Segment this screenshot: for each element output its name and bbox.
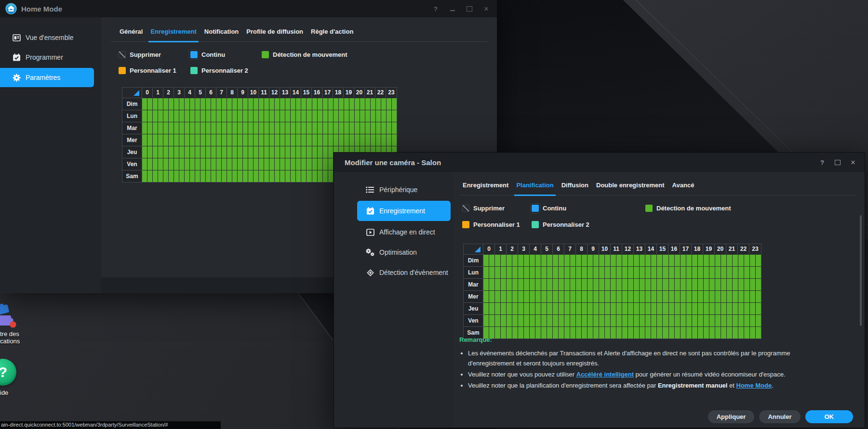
schedule-cell[interactable]	[301, 170, 307, 182]
schedule-cell[interactable]	[211, 134, 216, 146]
schedule-cell[interactable]	[153, 146, 158, 158]
hour-header-0[interactable]: 0	[142, 88, 153, 98]
schedule-cell[interactable]	[232, 170, 238, 182]
schedule-cell[interactable]	[686, 267, 692, 278]
schedule-cell[interactable]	[692, 315, 698, 326]
schedule-cell[interactable]	[185, 158, 190, 170]
scrollbar-thumb[interactable]	[860, 215, 862, 326]
schedule-cell[interactable]	[559, 315, 564, 326]
schedule-cell[interactable]	[169, 170, 174, 182]
schedule-cell[interactable]	[669, 255, 675, 266]
schedule-cell[interactable]	[588, 303, 593, 314]
schedule-cell[interactable]	[681, 291, 686, 302]
schedule-cell[interactable]	[280, 98, 285, 110]
hour-header-1[interactable]: 1	[495, 244, 507, 254]
schedule-cell[interactable]	[392, 122, 397, 134]
schedule-cell[interactable]	[605, 291, 611, 302]
schedule-cell[interactable]	[698, 267, 704, 278]
schedule-cell[interactable]	[588, 279, 593, 290]
schedule-cell[interactable]	[576, 255, 582, 266]
legend-item-continu[interactable]: Continu	[532, 205, 645, 212]
schedule-cell[interactable]	[518, 267, 524, 278]
hour-header-22[interactable]: 22	[738, 244, 749, 254]
schedule-cell[interactable]	[280, 134, 285, 146]
schedule-cell[interactable]	[312, 146, 318, 158]
schedule-cell[interactable]	[507, 291, 512, 302]
schedule-cell[interactable]	[651, 315, 657, 326]
sidebar-item-vue-d-ensemble[interactable]: Vue d'ensemble	[0, 28, 101, 47]
schedule-cell[interactable]	[147, 110, 153, 122]
day-label-jeu[interactable]: Jeu	[122, 146, 142, 158]
schedule-cell[interactable]	[147, 122, 153, 134]
schedule-cell[interactable]	[169, 158, 174, 170]
schedule-cell[interactable]	[334, 98, 339, 110]
schedule-cell[interactable]	[285, 158, 291, 170]
schedule-cell[interactable]	[733, 267, 738, 278]
schedule-cell[interactable]	[328, 146, 334, 158]
schedule-cell[interactable]	[512, 303, 518, 314]
schedule-cell[interactable]	[744, 255, 750, 266]
schedule-cell[interactable]	[582, 267, 588, 278]
schedule-cell[interactable]	[301, 158, 307, 170]
schedule-cell[interactable]	[227, 98, 232, 110]
schedule-cell[interactable]	[640, 315, 645, 326]
schedule-cell[interactable]	[227, 146, 232, 158]
schedule-cell[interactable]	[669, 291, 675, 302]
schedule-cell[interactable]	[576, 315, 582, 326]
schedule-cell[interactable]	[360, 110, 365, 122]
schedule-cell[interactable]	[238, 110, 243, 122]
schedule-cell[interactable]	[195, 134, 200, 146]
schedule-cell[interactable]	[593, 255, 599, 266]
schedule-cell[interactable]	[376, 110, 381, 122]
schedule-cell[interactable]	[185, 134, 190, 146]
schedule-cell[interactable]	[206, 146, 211, 158]
schedule-cell[interactable]	[254, 98, 259, 110]
schedule-cell[interactable]	[686, 279, 692, 290]
tab-planification[interactable]: Planification	[514, 181, 555, 195]
desktop-icon-help[interactable]: ? ide	[0, 359, 43, 396]
schedule-cell[interactable]	[206, 110, 211, 122]
hour-header-14[interactable]: 14	[645, 244, 657, 254]
schedule-cell[interactable]	[733, 279, 738, 290]
sidebar-item-enregistrement[interactable]: Enregistrement	[357, 201, 451, 221]
schedule-cell[interactable]	[744, 279, 750, 290]
schedule-cell[interactable]	[254, 158, 259, 170]
schedule-cell[interactable]	[686, 291, 692, 302]
schedule-cell[interactable]	[669, 279, 675, 290]
schedule-cell[interactable]	[169, 98, 174, 110]
schedule-cell[interactable]	[339, 98, 344, 110]
schedule-cell[interactable]	[312, 98, 318, 110]
schedule-cell[interactable]	[553, 267, 559, 278]
schedule-cell[interactable]	[318, 158, 323, 170]
schedule-cell[interactable]	[190, 134, 195, 146]
schedule-cell[interactable]	[301, 110, 307, 122]
legend-item-personnaliser-2[interactable]: Personnaliser 2	[532, 221, 645, 228]
schedule-cell[interactable]	[501, 303, 507, 314]
sidebar-item-optimisation[interactable]: Optimisation	[334, 243, 454, 261]
schedule-cell[interactable]	[750, 267, 756, 278]
schedule-cell[interactable]	[744, 267, 750, 278]
schedule-cell[interactable]	[698, 279, 704, 290]
schedule-cell[interactable]	[243, 122, 248, 134]
schedule-cell[interactable]	[216, 158, 222, 170]
schedule-cell[interactable]	[605, 315, 611, 326]
schedule-cell[interactable]	[541, 267, 547, 278]
schedule-cell[interactable]	[211, 98, 216, 110]
schedule-cell[interactable]	[381, 122, 387, 134]
schedule-cell[interactable]	[709, 315, 715, 326]
schedule-cell[interactable]	[669, 267, 675, 278]
schedule-cell[interactable]	[243, 98, 248, 110]
schedule-cell[interactable]	[616, 279, 622, 290]
hour-header-22[interactable]: 22	[375, 88, 386, 98]
schedule-cell[interactable]	[301, 146, 307, 158]
schedule-cell[interactable]	[269, 134, 275, 146]
schedule-cell[interactable]	[738, 267, 744, 278]
schedule-cell[interactable]	[657, 267, 663, 278]
schedule-cell[interactable]	[599, 303, 605, 314]
schedule-cell[interactable]	[185, 98, 190, 110]
schedule-cell[interactable]	[264, 110, 269, 122]
schedule-cell[interactable]	[371, 98, 376, 110]
hour-header-3[interactable]: 3	[518, 244, 530, 254]
close-icon[interactable]: ✕	[482, 5, 490, 13]
schedule-cell[interactable]	[158, 134, 163, 146]
